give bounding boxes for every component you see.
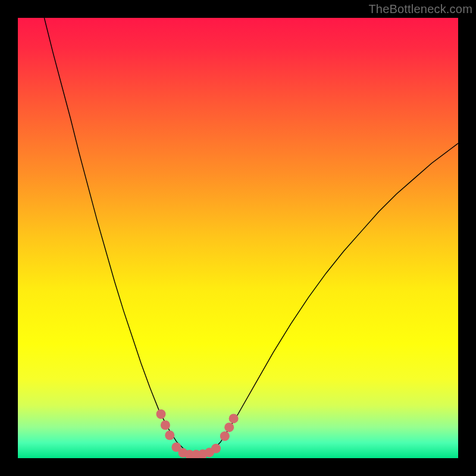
highlight-dot (161, 421, 170, 430)
highlight-dot (165, 431, 174, 440)
plot-area (18, 18, 458, 458)
watermark-text: TheBottleneck.com (368, 2, 472, 16)
highlight-dot (224, 422, 234, 432)
chart-background (18, 18, 458, 458)
highlight-dot (211, 444, 221, 453)
chart-svg (18, 18, 458, 458)
highlight-dot (156, 409, 166, 419)
highlight-dot (229, 414, 239, 423)
highlight-dot (220, 431, 230, 441)
chart-frame: TheBottleneck.com (0, 0, 476, 476)
